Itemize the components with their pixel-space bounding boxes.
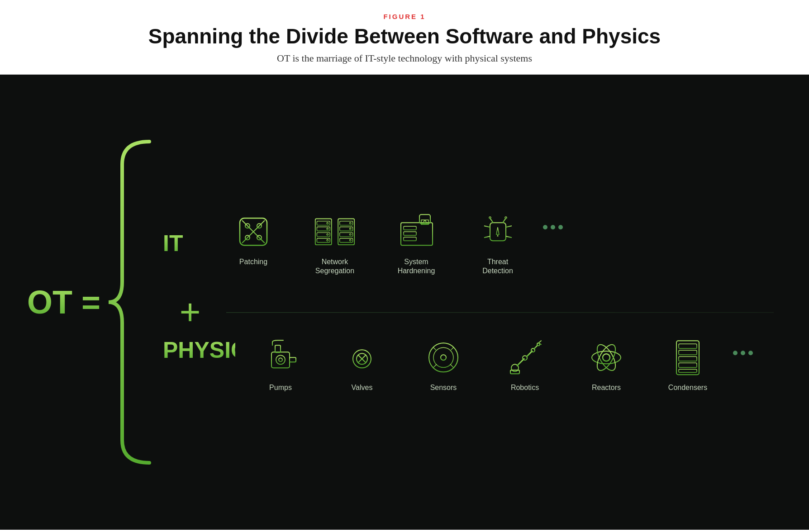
svg-line-76 (433, 347, 437, 351)
dot-2 (551, 225, 555, 229)
svg-rect-11 (317, 227, 330, 231)
svg-point-27 (349, 239, 351, 241)
svg-line-83 (527, 351, 532, 356)
svg-rect-35 (490, 223, 506, 241)
header: FIGURE 1 Spanning the Divide Between Sof… (0, 0, 809, 75)
svg-point-39 (505, 217, 507, 218)
svg-rect-21 (340, 227, 353, 231)
dot-1 (543, 225, 547, 229)
svg-point-46 (497, 235, 498, 236)
icon-item-pumps: Pumps (244, 337, 317, 393)
system-hardening-label: SystemHardnening (398, 257, 435, 276)
system-hardening-icon-box (396, 211, 437, 252)
svg-rect-22 (340, 233, 353, 237)
svg-point-17 (327, 239, 328, 241)
svg-rect-10 (317, 221, 330, 225)
svg-point-89 (592, 351, 621, 364)
dot-4 (733, 351, 738, 355)
svg-rect-30 (404, 232, 416, 235)
icon-item-patching: Patching (217, 211, 290, 267)
svg-point-26 (349, 233, 351, 235)
svg-line-40 (484, 226, 490, 227)
main-title: Spanning the Divide Between Software and… (9, 25, 800, 48)
svg-point-14 (327, 222, 328, 224)
svg-rect-13 (317, 238, 330, 242)
sensors-label: Sensors (430, 383, 457, 393)
svg-rect-20 (340, 221, 353, 225)
subtitle: OT is the marriage of IT-style technolog… (9, 52, 800, 64)
icon-item-system-hardening: SystemHardnening (380, 211, 452, 276)
icon-item-reactors: Reactors (570, 337, 642, 393)
svg-line-79 (450, 364, 454, 368)
pumps-icon-box (260, 337, 301, 378)
svg-point-88 (603, 354, 610, 361)
svg-point-16 (327, 233, 328, 235)
condensers-icon-box (667, 337, 708, 378)
patching-icon-box (233, 211, 274, 252)
it-label: IT (163, 231, 217, 257)
plus-label: + (163, 294, 217, 330)
svg-rect-31 (404, 237, 416, 241)
icon-item-network-segregation: NetworkSegregation (299, 211, 371, 276)
pumps-label: Pumps (269, 383, 292, 393)
svg-line-78 (433, 364, 437, 368)
svg-point-25 (349, 228, 351, 230)
ot-label: OT = (27, 284, 100, 321)
valves-icon-box (342, 337, 382, 378)
icon-item-valves: Valves (326, 337, 398, 393)
valves-label: Valves (352, 383, 373, 393)
svg-line-81 (517, 359, 524, 366)
network-segregation-icon-box (314, 211, 355, 252)
reactors-label: Reactors (592, 383, 621, 393)
svg-rect-12 (317, 233, 330, 237)
svg-line-77 (450, 347, 454, 351)
icon-item-condensers: Condensers (652, 337, 724, 393)
robotics-label: Robotics (511, 383, 539, 393)
icon-item-sensors: Sensors (407, 337, 480, 393)
svg-line-42 (484, 236, 490, 238)
network-segregation-label: NetworkSegregation (315, 257, 354, 276)
it-icons-row: Patching (217, 211, 563, 276)
svg-rect-29 (404, 226, 416, 230)
svg-point-50 (279, 358, 282, 361)
svg-point-71 (441, 355, 446, 360)
svg-rect-48 (275, 345, 281, 352)
it-more-dots (543, 211, 563, 229)
svg-point-38 (489, 217, 491, 218)
svg-rect-23 (340, 238, 353, 242)
physics-icons-row: Pumps (244, 337, 753, 393)
condensers-label: Condensers (668, 383, 707, 393)
content-area: IT (163, 211, 774, 393)
threat-detection-icon-box (477, 211, 518, 252)
brace (104, 133, 158, 472)
threat-detection-label: ThreatDetection (482, 257, 513, 276)
physics-more-dots (733, 337, 753, 355)
svg-rect-97 (679, 369, 697, 372)
physics-label: PHYSICS (163, 337, 235, 363)
it-section: IT (163, 211, 774, 276)
svg-point-33 (424, 220, 426, 223)
svg-line-43 (506, 226, 512, 227)
figure-label: FIGURE 1 (9, 13, 800, 20)
dot-6 (748, 351, 753, 355)
sensors-icon-box (423, 337, 464, 378)
svg-line-45 (506, 236, 512, 238)
diagram-area: OT = IT (0, 75, 809, 530)
dot-3 (558, 225, 563, 229)
patching-label: Patching (239, 257, 267, 267)
svg-rect-19 (338, 218, 354, 245)
physics-section: PHYSICS (163, 337, 774, 393)
svg-point-24 (349, 222, 351, 224)
icon-item-threat-detection: ThreatDetection (462, 211, 534, 276)
svg-point-15 (327, 228, 328, 230)
svg-point-49 (276, 355, 285, 364)
dot-5 (741, 351, 745, 355)
svg-rect-55 (290, 357, 296, 362)
icon-item-robotics: Robotics (489, 337, 561, 393)
reactors-icon-box (586, 337, 627, 378)
svg-line-85 (534, 345, 538, 349)
svg-rect-9 (315, 218, 332, 245)
robotics-icon-box (504, 337, 545, 378)
